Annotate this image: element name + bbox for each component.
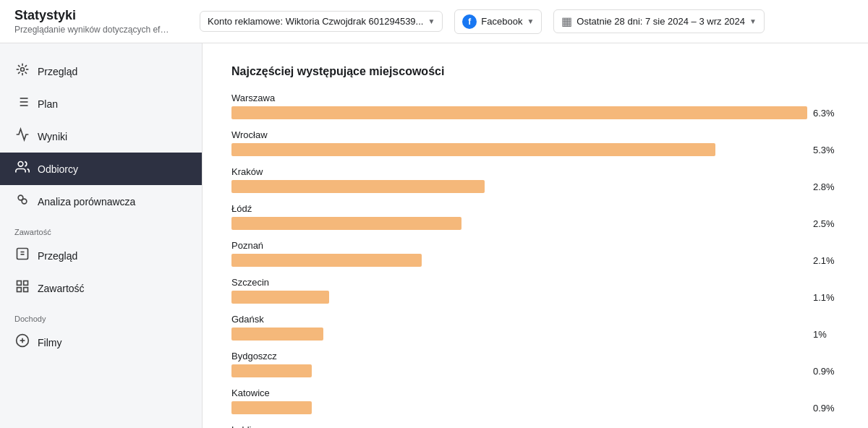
topbar-title-block: Statystyki Przeglądanie wyników dotycząc…	[14, 8, 174, 35]
city-label: Bydgoszcz	[231, 351, 839, 361]
audience-icon	[14, 160, 30, 178]
chart-row: Poznań2.1%	[231, 240, 839, 267]
sidebar-item-przeglad1[interactable]: Przegląd	[0, 55, 202, 87]
bar-value: 1%	[813, 329, 839, 340]
bar-track	[231, 254, 807, 267]
sidebar-item-label: Filmy	[38, 337, 61, 348]
svg-rect-21	[17, 281, 22, 286]
bar-track	[231, 217, 807, 230]
bar-track	[231, 106, 807, 119]
chart-row: Wrocław5.3%	[231, 129, 839, 156]
bar-track	[231, 291, 807, 304]
layout: Przegląd Plan Wyniki Odbiorcy Analiza po	[0, 43, 868, 428]
sidebar-item-analiza[interactable]: Analiza porównawcza	[0, 185, 202, 218]
svg-line-8	[25, 65, 27, 67]
bar-row: 6.3%	[231, 106, 839, 119]
svg-rect-24	[24, 288, 28, 292]
city-label: Kraków	[231, 166, 839, 177]
bar-track	[231, 364, 807, 377]
bar-fill	[231, 254, 422, 267]
bar-row: 2.1%	[231, 254, 839, 267]
sidebar-item-przeglad2[interactable]: Przegląd	[0, 239, 202, 272]
bar-track	[231, 328, 807, 341]
sidebar-item-label: Wyniki	[38, 131, 67, 142]
bar-value: 2.1%	[813, 255, 839, 266]
svg-line-7	[18, 72, 20, 74]
account-label: Konto reklamowe: Wiktoria Czwojdrak 6012…	[208, 16, 423, 27]
city-chart: Warszawa6.3%Wrocław5.3%Kraków2.8%Łódź2.5…	[231, 93, 839, 428]
sidebar-item-odbiorcy[interactable]: Odbiorcy	[0, 153, 202, 185]
bar-fill	[231, 217, 461, 230]
dollar-icon	[14, 333, 30, 351]
sidebar-item-label: Analiza porównawcza	[38, 196, 135, 207]
bar-row: 0.9%	[231, 401, 839, 414]
bar-fill	[231, 291, 329, 304]
date-range-label: Ostatnie 28 dni: 7 sie 2024 – 3 wrz 2024	[576, 16, 745, 27]
calendar-icon: ▦	[561, 14, 572, 28]
city-label: Lublin	[231, 424, 839, 428]
sidebar-item-label: Plan	[38, 98, 58, 110]
city-label: Katowice	[231, 388, 839, 398]
date-range-dropdown[interactable]: ▦ Ostatnie 28 dni: 7 sie 2024 – 3 wrz 20…	[553, 9, 765, 33]
sidebar: Przegląd Plan Wyniki Odbiorcy Analiza po	[0, 43, 203, 428]
page-title: Statystyki	[14, 8, 174, 23]
facebook-icon: f	[462, 14, 477, 29]
svg-point-15	[18, 162, 23, 167]
bar-fill	[231, 364, 312, 377]
bar-value: 1.1%	[813, 292, 839, 303]
bar-value: 2.8%	[813, 181, 839, 192]
section-title: Najczęściej występujące miejscowości	[231, 65, 839, 78]
bar-row: 2.5%	[231, 217, 839, 230]
svg-line-6	[25, 72, 27, 74]
city-label: Szczecin	[231, 277, 839, 288]
chart-row: Kraków2.8%	[231, 166, 839, 193]
bar-value: 5.3%	[813, 145, 839, 155]
compare-icon	[14, 192, 30, 210]
bar-row: 2.8%	[231, 180, 839, 193]
svg-point-17	[22, 199, 27, 204]
bar-track	[231, 401, 807, 414]
chevron-down-icon-date: ▼	[749, 17, 757, 25]
svg-line-5	[18, 65, 20, 67]
city-label: Warszawa	[231, 93, 839, 103]
city-label: Wrocław	[231, 129, 839, 140]
bar-track	[231, 180, 807, 193]
chart-row: Szczecin1.1%	[231, 277, 839, 304]
chart-row: Bydgoszcz0.9%	[231, 351, 839, 377]
sidebar-item-label: Przegląd	[38, 66, 77, 77]
chart-row: Łódź2.5%	[231, 203, 839, 230]
svg-rect-23	[17, 288, 22, 292]
city-label: Poznań	[231, 240, 839, 251]
main-content: Najczęściej występujące miejscowości War…	[203, 43, 868, 428]
topbar: Statystyki Przeglądanie wyników dotycząc…	[0, 0, 868, 43]
bar-value: 0.9%	[813, 403, 839, 414]
sidebar-item-zawartosc[interactable]: Zawartość	[0, 272, 202, 304]
facebook-dropdown[interactable]: f Facebook ▼	[454, 9, 542, 34]
chevron-down-icon: ▼	[427, 17, 435, 25]
bar-fill	[231, 401, 312, 414]
city-label: Gdańsk	[231, 314, 839, 325]
svg-point-0	[21, 68, 25, 72]
bar-fill	[231, 106, 807, 119]
chart-row: Katowice0.9%	[231, 388, 839, 414]
chart-icon	[14, 127, 30, 145]
sidebar-item-filmy[interactable]: Filmy	[0, 326, 202, 359]
chart-row: Gdańsk1%	[231, 314, 839, 341]
hub-icon	[14, 62, 30, 80]
sidebar-item-wyniki[interactable]: Wyniki	[0, 120, 202, 153]
chart-row: Lublin0.9%	[231, 424, 839, 428]
bar-row: 0.9%	[231, 364, 839, 377]
page-subtitle: Przeglądanie wyników dotyczących efektyw…	[14, 25, 174, 35]
sidebar-item-label: Odbiorcy	[38, 163, 78, 175]
bar-track	[231, 143, 807, 156]
sidebar-item-plan[interactable]: Plan	[0, 87, 202, 120]
sidebar-section-zawartosc: Zawartość	[0, 218, 202, 239]
list-icon	[14, 95, 30, 113]
sidebar-section-dochody: Dochody	[0, 304, 202, 326]
bar-row: 5.3%	[231, 143, 839, 156]
bar-fill	[231, 180, 485, 193]
svg-rect-22	[24, 281, 28, 286]
bar-fill	[231, 143, 715, 156]
account-dropdown[interactable]: Konto reklamowe: Wiktoria Czwojdrak 6012…	[200, 11, 443, 32]
city-label: Łódź	[231, 203, 839, 214]
